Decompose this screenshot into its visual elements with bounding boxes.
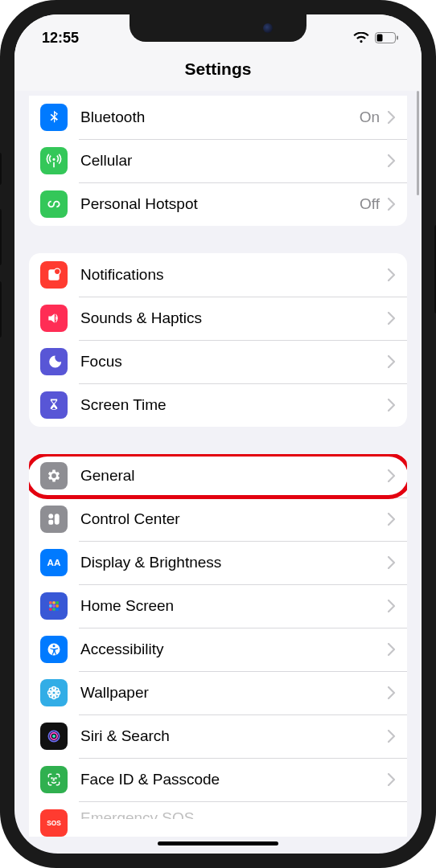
svg-rect-12 — [49, 604, 51, 607]
chevron-right-icon — [388, 268, 396, 281]
row-wallpaper[interactable]: Wallpaper — [29, 671, 407, 714]
screen: 12:55 Settings Bluetooth O — [14, 14, 422, 854]
chevron-right-icon — [388, 686, 396, 699]
volume-up-button — [0, 209, 2, 265]
settings-group-connectivity: Bluetooth On Cellular Personal Hotspot — [29, 96, 407, 226]
phone-frame: 12:55 Settings Bluetooth O — [0, 0, 436, 868]
row-label: Focus — [80, 353, 388, 371]
chevron-right-icon — [388, 198, 396, 211]
accessibility-icon — [40, 636, 68, 663]
notch — [130, 14, 306, 42]
chevron-right-icon — [388, 513, 396, 526]
svg-rect-17 — [56, 608, 59, 611]
row-notifications[interactable]: Notifications — [29, 253, 407, 297]
row-label: Face ID & Passcode — [80, 771, 388, 788]
page-title: Settings — [14, 53, 422, 91]
wifi-icon — [353, 32, 369, 44]
wallpaper-icon — [40, 679, 68, 706]
svg-point-19 — [53, 645, 56, 647]
row-detail: Off — [360, 195, 380, 213]
battery-icon — [375, 32, 399, 43]
hotspot-icon — [40, 190, 68, 218]
svg-rect-11 — [56, 601, 59, 604]
homescreen-icon — [40, 592, 68, 620]
svg-rect-14 — [56, 604, 59, 607]
row-screentime[interactable]: Screen Time — [29, 383, 407, 427]
chevron-right-icon — [388, 556, 396, 569]
svg-text:AA: AA — [47, 557, 61, 567]
bluetooth-icon — [40, 104, 68, 131]
sos-icon: SOS — [40, 809, 68, 837]
row-cellular[interactable]: Cellular — [29, 139, 407, 182]
settings-group-alerts: Notifications Sounds & Haptics Focus — [29, 253, 407, 427]
faceid-icon — [40, 766, 68, 793]
row-label: Accessibility — [80, 641, 388, 658]
cellular-icon — [40, 147, 68, 174]
status-time: 12:55 — [42, 30, 79, 47]
chevron-right-icon — [388, 469, 396, 482]
home-indicator[interactable] — [158, 841, 278, 845]
row-label: Emergency SOS — [80, 809, 396, 819]
row-display[interactable]: AA Display & Brightness — [29, 541, 407, 584]
row-label: Cellular — [80, 152, 388, 170]
row-label: Display & Brightness — [80, 554, 388, 571]
row-label: Notifications — [80, 266, 388, 284]
row-homescreen[interactable]: Home Screen — [29, 584, 407, 628]
chevron-right-icon — [388, 600, 396, 612]
svg-rect-10 — [52, 601, 55, 604]
row-label: Personal Hotspot — [80, 195, 360, 213]
row-label: Sounds & Haptics — [80, 309, 388, 327]
chevron-right-icon — [388, 355, 396, 368]
sounds-icon — [40, 305, 68, 332]
focus-icon — [40, 348, 68, 375]
row-focus[interactable]: Focus — [29, 340, 407, 383]
svg-text:SOS: SOS — [47, 819, 61, 827]
screentime-icon — [40, 391, 68, 419]
controlcenter-icon — [40, 506, 68, 533]
mute-switch — [0, 153, 2, 185]
svg-point-31 — [52, 735, 56, 738]
svg-rect-6 — [55, 514, 60, 524]
row-faceid[interactable]: Face ID & Passcode — [29, 758, 407, 801]
row-label: Siri & Search — [80, 727, 388, 745]
volume-down-button — [0, 281, 2, 338]
chevron-right-icon — [388, 399, 396, 411]
row-sos[interactable]: SOS Emergency SOS — [29, 801, 407, 837]
row-controlcenter[interactable]: Control Center — [29, 497, 407, 541]
row-siri[interactable]: Siri & Search — [29, 714, 407, 758]
row-sounds[interactable]: Sounds & Haptics — [29, 297, 407, 340]
row-hotspot[interactable]: Personal Hotspot Off — [29, 182, 407, 226]
notifications-icon — [40, 261, 68, 289]
svg-rect-1 — [377, 35, 383, 42]
general-icon — [40, 462, 68, 489]
settings-content[interactable]: Bluetooth On Cellular Personal Hotspot — [14, 91, 422, 851]
siri-icon — [40, 723, 68, 750]
row-label: Bluetooth — [80, 108, 360, 126]
row-label: Wallpaper — [80, 684, 388, 702]
svg-rect-15 — [49, 608, 51, 611]
svg-point-33 — [56, 778, 56, 779]
chevron-right-icon — [388, 111, 396, 124]
row-label: Screen Time — [80, 396, 388, 414]
svg-rect-2 — [397, 36, 398, 40]
svg-rect-7 — [48, 520, 53, 525]
chevron-right-icon — [388, 312, 396, 325]
chevron-right-icon — [388, 730, 396, 743]
front-camera — [263, 23, 273, 33]
svg-rect-16 — [52, 608, 55, 611]
row-detail: On — [360, 108, 380, 126]
row-bluetooth[interactable]: Bluetooth On — [29, 96, 407, 139]
scroll-indicator[interactable] — [417, 91, 419, 195]
svg-point-4 — [54, 268, 60, 275]
row-general[interactable]: General — [29, 454, 407, 497]
chevron-right-icon — [388, 643, 396, 656]
row-accessibility[interactable]: Accessibility — [29, 628, 407, 671]
svg-rect-13 — [52, 604, 55, 607]
svg-point-32 — [51, 778, 52, 779]
chevron-right-icon — [388, 154, 396, 167]
chevron-right-icon — [388, 773, 396, 786]
row-label: Home Screen — [80, 597, 388, 615]
display-icon: AA — [40, 549, 68, 576]
row-label: General — [80, 467, 388, 485]
svg-rect-5 — [48, 514, 53, 518]
